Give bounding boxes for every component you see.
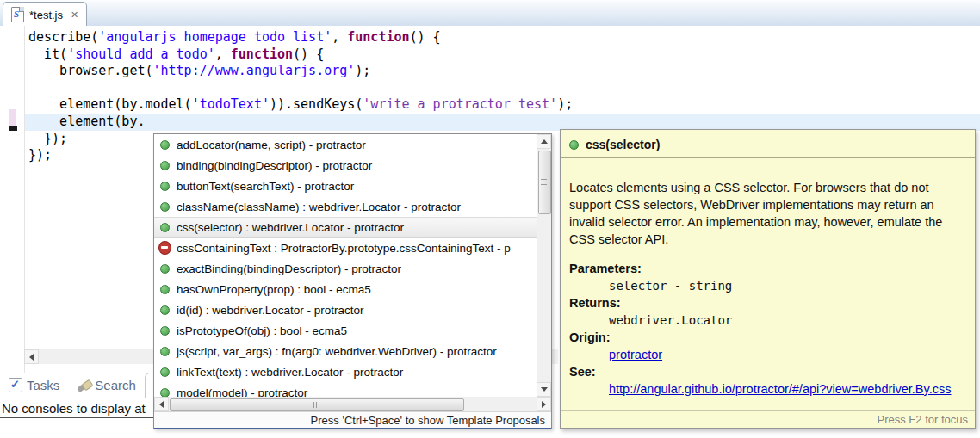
method-public-icon — [158, 139, 171, 151]
code-line[interactable] — [28, 80, 573, 97]
doc-section-value: selector - string — [569, 277, 966, 294]
code-line[interactable]: element(by. — [28, 114, 573, 131]
completion-item-label: exactBinding(bindingDescriptor) - protra… — [177, 262, 401, 275]
status-underline — [0, 417, 153, 418]
scroll-right-icon[interactable] — [537, 397, 551, 411]
console-status-text: No consoles to display at — [2, 401, 153, 416]
doc-body: Locates elements using a CSS selector. F… — [561, 158, 975, 398]
doc-section-label: Parameters: — [569, 260, 966, 277]
hscrollbar-thumb[interactable] — [170, 398, 464, 411]
doc-section-label: See: — [569, 363, 966, 380]
doc-section-value[interactable]: protractor — [569, 346, 966, 363]
completion-item-label: css(selector) : webdriver.Locator - prot… — [177, 221, 404, 234]
quickdiff-change-marker — [9, 109, 16, 127]
method-public-icon — [158, 180, 171, 193]
view-tab-tasks[interactable]: Tasks — [0, 373, 68, 398]
editor-tab-testjs[interactable]: *test.js ✕ — [3, 2, 87, 27]
doc-header: css(selector) — [561, 130, 975, 157]
completion-item-label: buttonText(searchText) - protractor — [177, 180, 354, 193]
completion-item-label: binding(bindingDescriptor) - protractor — [177, 159, 372, 172]
view-tab-label: Search — [95, 378, 136, 392]
doc-hover-popup: css(selector) Locates elements using a C… — [560, 129, 976, 429]
scroll-up-icon[interactable] — [537, 134, 551, 149]
code-line[interactable]: browser.get('http://www.angularjs.org'); — [28, 63, 573, 80]
completion-item[interactable]: css(selector) : webdriver.Locator - prot… — [154, 217, 537, 238]
doc-section-value: webdriver.Locator — [569, 312, 966, 329]
tasks-icon — [9, 378, 22, 392]
completion-item-label: cssContainingText : ProtractorBy.prototy… — [177, 242, 511, 255]
code-line[interactable]: describe('angularjs homepage todo list',… — [28, 29, 573, 46]
method-public-icon — [158, 159, 171, 172]
eclipse-window: *test.js ✕ describe('angularjs homepage … — [0, 0, 980, 438]
doc-link[interactable]: protractor — [609, 348, 662, 361]
completion-item[interactable]: js(script, var_args) : fn(arg0: webdrive… — [154, 341, 537, 361]
scroll-left-icon[interactable] — [154, 397, 169, 411]
doc-section-label: Returns: — [569, 294, 966, 312]
view-tab-label: Tasks — [27, 378, 59, 392]
doc-link[interactable]: http://angular.github.io/protractor/#/ap… — [609, 382, 952, 396]
method-public-icon — [569, 140, 579, 150]
method-public-icon — [158, 283, 171, 296]
doc-description: Locates elements using a CSS selector. F… — [569, 179, 967, 248]
method-public-icon — [158, 200, 171, 213]
method-public-icon — [158, 221, 171, 234]
doc-section-value[interactable]: http://angular.github.io/protractor/#/ap… — [569, 380, 966, 398]
completion-item-label: linkText(text) : webdriver.Locator - pro… — [177, 366, 403, 379]
completion-item[interactable]: binding(bindingDescriptor) - protractor — [154, 155, 537, 176]
method-public-icon — [158, 324, 171, 337]
editor-tab-title: *test.js — [29, 9, 63, 22]
editor-tabstrip: *test.js ✕ — [0, 0, 980, 27]
blocked-icon — [158, 242, 171, 255]
completion-list: addLocator(name, script) - protractorbin… — [154, 134, 537, 397]
doc-sections: Parameters:selector - stringReturns:webd… — [569, 260, 966, 398]
code-line[interactable]: element(by.model('todoText')).sendKeys('… — [28, 96, 573, 114]
completion-item-label: isPrototypeOf(obj) : bool - ecma5 — [177, 324, 347, 337]
completion-item[interactable]: linkText(text) : webdriver.Locator - pro… — [154, 361, 537, 382]
completion-item[interactable]: addLocator(name, script) - protractor — [154, 134, 537, 155]
js-file-icon — [11, 7, 24, 22]
method-public-icon — [158, 304, 171, 317]
scroll-down-icon[interactable] — [537, 382, 551, 397]
completion-item[interactable]: id(id) : webdriver.Locator - protractor — [154, 299, 537, 320]
close-icon[interactable]: ✕ — [71, 9, 78, 21]
completion-hscrollbar[interactable] — [154, 397, 551, 411]
completion-item[interactable]: hasOwnProperty(prop) : bool - ecma5 — [154, 279, 537, 299]
doc-footer-hint: Press F2 for focus — [561, 410, 975, 428]
ruler-caret-marker — [9, 126, 17, 131]
doc-section-label: Origin: — [569, 329, 966, 346]
completion-item[interactable]: className(className) : webdriver.Locator… — [154, 196, 537, 217]
completion-footer-hint: Press 'Ctrl+Space' to show Template Prop… — [154, 411, 551, 428]
view-tab-search[interactable]: Search — [68, 373, 145, 398]
completion-item-label: addLocator(name, script) - protractor — [177, 139, 366, 151]
completion-item[interactable]: isPrototypeOf(obj) : bool - ecma5 — [154, 320, 537, 341]
doc-title: css(selector) — [586, 138, 660, 151]
content-assist-popup: addLocator(name, script) - protractorbin… — [153, 133, 552, 429]
completion-item-label: js(script, var_args) : fn(arg0: webdrive… — [177, 345, 497, 358]
method-public-icon — [158, 262, 171, 275]
completion-item[interactable]: exactBinding(bindingDescriptor) - protra… — [154, 258, 537, 279]
completion-vscrollbar[interactable] — [537, 134, 551, 397]
method-public-icon — [158, 366, 171, 379]
completion-item[interactable]: model(model) - protractor — [154, 382, 537, 397]
method-public-icon — [158, 386, 171, 398]
search-icon — [77, 379, 90, 392]
method-public-icon — [158, 345, 171, 358]
code-line[interactable]: it('should add a todo', function() { — [28, 46, 573, 64]
completion-item-label: id(id) : webdriver.Locator - protractor — [177, 304, 364, 317]
completion-item[interactable]: cssContainingText : ProtractorBy.prototy… — [154, 238, 537, 258]
completion-item-label: className(className) : webdriver.Locator… — [177, 200, 461, 213]
vscrollbar-thumb[interactable] — [538, 151, 551, 214]
annotation-ruler[interactable] — [0, 26, 25, 373]
scroll-left-icon[interactable] — [24, 349, 39, 364]
completion-item-label: hasOwnProperty(prop) : bool - ecma5 — [177, 283, 371, 296]
completion-item[interactable]: buttonText(searchText) - protractor — [154, 176, 537, 196]
completion-item-label: model(model) - protractor — [177, 386, 307, 398]
